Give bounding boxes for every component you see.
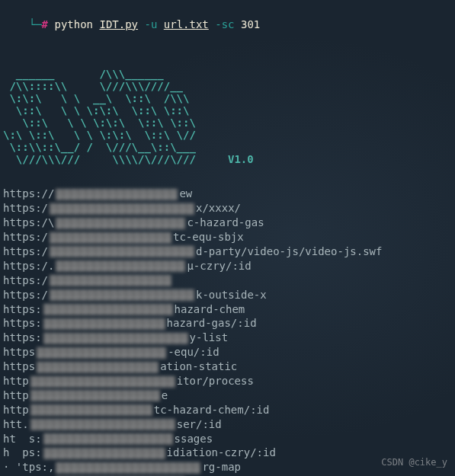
output-line: https:y-list <box>3 331 452 345</box>
redacted-segment <box>56 462 200 474</box>
output-line: httpe <box>3 388 452 403</box>
output-line-prefix: https:/. <box>3 260 54 272</box>
output-line-suffix: e <box>162 389 168 401</box>
terminal-output: └─# python IDT.py -u url.txt -sc 301 ___… <box>0 0 455 476</box>
output-line-prefix: · 'tps:, <box>3 461 54 473</box>
redacted-segment <box>56 260 185 272</box>
output-line-prefix: https:/ <box>3 231 48 243</box>
output-line-prefix: h ps: <box>3 446 42 458</box>
cmd-flag-u: -u <box>144 18 157 30</box>
cmd-arg-urlfile: url.txt <box>164 18 209 30</box>
output-line-suffix: μ-czry/:id <box>187 260 251 272</box>
redacted-segment <box>50 246 194 257</box>
output-line: httpitor/process <box>3 374 452 388</box>
output-line-suffix: hazard-chem <box>175 303 245 315</box>
output-line-suffix: y-list <box>190 331 229 343</box>
output-line: https:/x/xxxx/ <box>3 201 452 216</box>
output-line-prefix: https:/ <box>3 289 48 301</box>
redacted-segment <box>37 362 159 373</box>
output-line-prefix: http <box>3 389 29 401</box>
redacted-segment <box>50 232 171 244</box>
redacted-segment <box>50 275 171 286</box>
output-line-suffix: d-party/video-js/video-js.swf <box>196 245 382 257</box>
output-line-suffix: k-outside-x <box>196 289 267 301</box>
redacted-segment <box>50 203 194 215</box>
redacted-segment <box>30 390 160 401</box>
cmd-flag-sc: -sc <box>215 18 234 30</box>
output-line-suffix: hazard-gas/:id <box>167 317 257 329</box>
prompt-hash: # <box>42 18 48 30</box>
command-prompt-line: └─# python IDT.py -u url.txt -sc 301 <box>3 3 452 46</box>
redacted-segment <box>56 189 178 200</box>
output-line: https:/.μ-czry/:id <box>3 259 452 273</box>
output-line-suffix: ew <box>179 187 192 200</box>
redacted-segment <box>43 333 188 344</box>
cmd-arg-code: 301 <box>241 18 260 30</box>
version-label: V1.0 <box>228 153 254 165</box>
output-line-prefix: https:/ <box>3 274 48 286</box>
output-line: https:/d-party/video-js/video-js.swf <box>3 244 452 259</box>
output-line-prefix: htt. <box>3 418 29 430</box>
output-line-prefix: https <box>3 346 35 358</box>
output-line-prefix: https:/\ <box>3 216 54 228</box>
redacted-segment <box>30 419 175 430</box>
output-line-suffix: ssages <box>175 433 213 445</box>
url-output-list: https://ewhttps:/x/xxxx/https:/\c-hazard… <box>3 187 452 476</box>
redacted-segment <box>37 347 166 359</box>
redacted-segment <box>43 318 165 330</box>
redacted-segment <box>43 448 165 459</box>
redacted-segment <box>43 304 173 315</box>
output-line-suffix: tc-equ-sbjx <box>173 231 244 243</box>
output-line-prefix: http <box>3 375 29 387</box>
redacted-segment <box>30 376 175 388</box>
redacted-segment <box>50 289 194 301</box>
output-line: https-equ/:id <box>3 345 452 359</box>
output-line-prefix: https: <box>3 317 42 329</box>
output-line-suffix: rg-map <box>202 461 241 473</box>
output-line: https:/k-outside-x <box>3 288 452 302</box>
output-line: httpsation-static <box>3 359 452 374</box>
output-line-prefix: ht s: <box>3 433 42 445</box>
output-line-suffix: x/xxxx/ <box>196 202 241 214</box>
output-line: https:/\c-hazard-gas <box>3 216 452 230</box>
output-line-prefix: https: <box>3 303 42 315</box>
cmd-script-file: IDT.py <box>99 18 138 30</box>
prompt-branch-glyph: └─ <box>29 18 42 30</box>
output-line: https:/tc-equ-sbjx <box>3 230 452 244</box>
output-line-prefix: https:/ <box>3 245 48 257</box>
watermark: CSDN @cike_y <box>381 456 447 468</box>
output-line: https:/ <box>3 273 452 288</box>
redacted-segment <box>43 433 173 445</box>
output-line: ht s:ssages <box>3 432 452 446</box>
output-line-suffix: ation-static <box>160 360 237 372</box>
output-line-suffix: idiation-czry/:id <box>167 446 276 458</box>
redacted-segment <box>56 218 185 229</box>
output-line: https:hazard-gas/:id <box>3 316 452 331</box>
redacted-segment <box>30 404 152 416</box>
output-line-prefix: http <box>3 404 29 416</box>
output-line-suffix: c-hazard-gas <box>187 216 264 228</box>
cmd-python: python <box>54 18 93 30</box>
output-line: httptc-hazard-chem/:id <box>3 403 452 417</box>
output-line: https://ew <box>3 187 452 201</box>
output-line: https:hazard-chem <box>3 302 452 317</box>
output-line-prefix: https:/ <box>3 202 48 214</box>
ascii-art-logo: ______ /\\\______ /\\::::\\ \///\\\////_… <box>3 68 452 166</box>
output-line-suffix: itor/process <box>177 375 254 387</box>
output-line-prefix: https:// <box>3 187 54 200</box>
output-line-suffix: -equ/:id <box>168 346 219 358</box>
output-line-prefix: https <box>3 360 35 372</box>
output-line-suffix: tc-hazard-chem/:id <box>154 404 270 416</box>
output-line: htt.ser/:id <box>3 417 452 432</box>
output-line-prefix: https: <box>3 331 42 343</box>
output-line-suffix: ser/:id <box>177 418 222 430</box>
